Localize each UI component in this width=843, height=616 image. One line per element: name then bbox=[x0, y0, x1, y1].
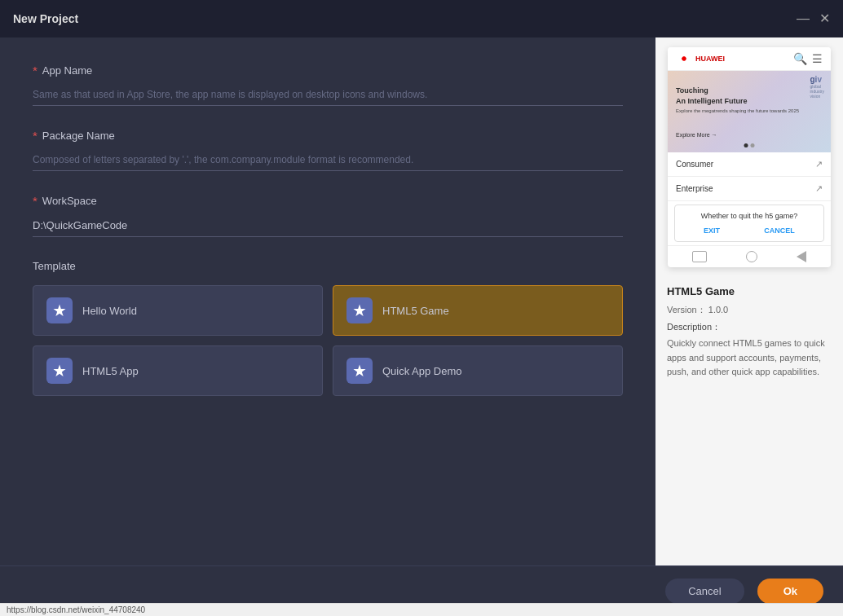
nav-back[interactable] bbox=[797, 251, 806, 262]
workspace-value[interactable]: D:\QuickGameCode bbox=[33, 214, 623, 237]
template-quick-app-demo[interactable]: Quick App Demo bbox=[333, 345, 623, 396]
banner-dots bbox=[744, 143, 755, 147]
nav-square[interactable] bbox=[692, 251, 707, 262]
app-name-placeholder[interactable]: Same as that used in App Store, the app … bbox=[33, 84, 623, 106]
cancel-button[interactable]: Cancel bbox=[665, 579, 744, 604]
dialog-buttons: EXIT CANCEL bbox=[682, 227, 817, 235]
banner-content: TouchingAn Intelligent Future Explore th… bbox=[676, 86, 799, 115]
template-section: Template Hello World bbox=[33, 260, 623, 396]
right-panel: HUAWEI 🔍 ☰ giv globalindustryvision Touc… bbox=[655, 37, 843, 565]
preview-game-title: HTML5 Game bbox=[667, 285, 832, 297]
required-star-2: * bbox=[33, 129, 38, 143]
required-star: * bbox=[33, 64, 38, 77]
package-name-group: * Package Name Composed of letters separ… bbox=[33, 129, 623, 171]
left-panel: * App Name Same as that used in App Stor… bbox=[0, 37, 655, 565]
package-name-label: * Package Name bbox=[33, 129, 623, 143]
phone-menu-enterprise[interactable]: Enterprise ↗ bbox=[668, 177, 831, 201]
phone-topbar-icons: 🔍 ☰ bbox=[793, 52, 823, 65]
dialog-message: Whether to quit the h5 game? bbox=[682, 212, 817, 220]
url-bar: https://blog.csdn.net/weixin_44708240 bbox=[0, 603, 843, 616]
dot-1 bbox=[744, 143, 748, 147]
external-link-icon: ↗ bbox=[815, 159, 823, 169]
required-star-3: * bbox=[33, 194, 38, 208]
huawei-logo: HUAWEI bbox=[676, 52, 725, 65]
new-project-dialog: New Project — ✕ * App Name Same as that … bbox=[0, 0, 843, 616]
menu-icon: ☰ bbox=[812, 52, 823, 65]
titlebar: New Project — ✕ bbox=[0, 0, 843, 37]
minimize-button[interactable]: — bbox=[797, 12, 810, 25]
phone-topbar: HUAWEI 🔍 ☰ bbox=[668, 47, 831, 71]
ok-button[interactable]: Ok bbox=[757, 579, 823, 604]
external-link-icon-2: ↗ bbox=[815, 183, 823, 194]
phone-nav bbox=[668, 245, 831, 267]
package-name-placeholder[interactable]: Composed of letters separated by '.', th… bbox=[33, 149, 623, 171]
huawei-text: HUAWEI bbox=[695, 55, 725, 63]
template-hello-world-label: Hello World bbox=[82, 305, 137, 317]
nav-circle[interactable] bbox=[746, 251, 757, 262]
template-icon-html5-game bbox=[346, 297, 373, 323]
workspace-group: * WorkSpace D:\QuickGameCode bbox=[33, 194, 623, 237]
preview-version: Version： 1.0.0 bbox=[667, 304, 832, 316]
template-icon-html5-app bbox=[46, 358, 73, 384]
workspace-label: * WorkSpace bbox=[33, 194, 623, 208]
titlebar-controls: — ✕ bbox=[797, 12, 830, 25]
phone-menu-consumer[interactable]: Consumer ↗ bbox=[668, 152, 831, 177]
dot-2 bbox=[751, 143, 755, 147]
banner-subtitle: Explore the megatrends shaping the futur… bbox=[676, 108, 799, 115]
template-quick-app-demo-label: Quick App Demo bbox=[382, 365, 462, 377]
giv-logo: giv globalindustryvision bbox=[810, 76, 824, 99]
phone-banner: giv globalindustryvision TouchingAn Inte… bbox=[668, 71, 831, 152]
banner-title: TouchingAn Intelligent Future bbox=[676, 86, 799, 106]
template-html5-app[interactable]: HTML5 App bbox=[33, 345, 323, 396]
app-name-group: * App Name Same as that used in App Stor… bbox=[33, 64, 623, 106]
template-html5-game-label: HTML5 Game bbox=[382, 305, 449, 317]
dialog-body: * App Name Same as that used in App Stor… bbox=[0, 37, 843, 565]
preview-desc-label: Description： bbox=[667, 321, 832, 333]
banner-explore: Explore More → bbox=[676, 132, 717, 138]
template-grid: Hello World HTML5 Game bbox=[33, 285, 623, 396]
phone-dialog: Whether to quit the h5 game? EXIT CANCEL bbox=[674, 205, 824, 242]
template-html5-app-label: HTML5 App bbox=[82, 365, 139, 377]
dialog-cancel-btn[interactable]: CANCEL bbox=[764, 227, 795, 235]
template-label: Template bbox=[33, 260, 623, 272]
preview-phone: HUAWEI 🔍 ☰ giv globalindustryvision Touc… bbox=[668, 47, 831, 267]
template-hello-world[interactable]: Hello World bbox=[33, 285, 323, 336]
search-icon: 🔍 bbox=[793, 52, 807, 65]
close-button[interactable]: ✕ bbox=[819, 12, 830, 25]
template-icon-hello-world bbox=[46, 297, 73, 323]
svg-point-3 bbox=[682, 56, 686, 61]
preview-desc: Quickly connect HTML5 games to quick app… bbox=[667, 337, 832, 380]
template-icon-quick-app-demo bbox=[346, 358, 373, 384]
preview-info: HTML5 Game Version： 1.0.0 Description： Q… bbox=[655, 277, 843, 388]
dialog-exit-btn[interactable]: EXIT bbox=[704, 227, 720, 235]
dialog-title: New Project bbox=[13, 12, 78, 25]
app-name-label: * App Name bbox=[33, 64, 623, 77]
template-html5-game[interactable]: HTML5 Game bbox=[333, 285, 623, 336]
